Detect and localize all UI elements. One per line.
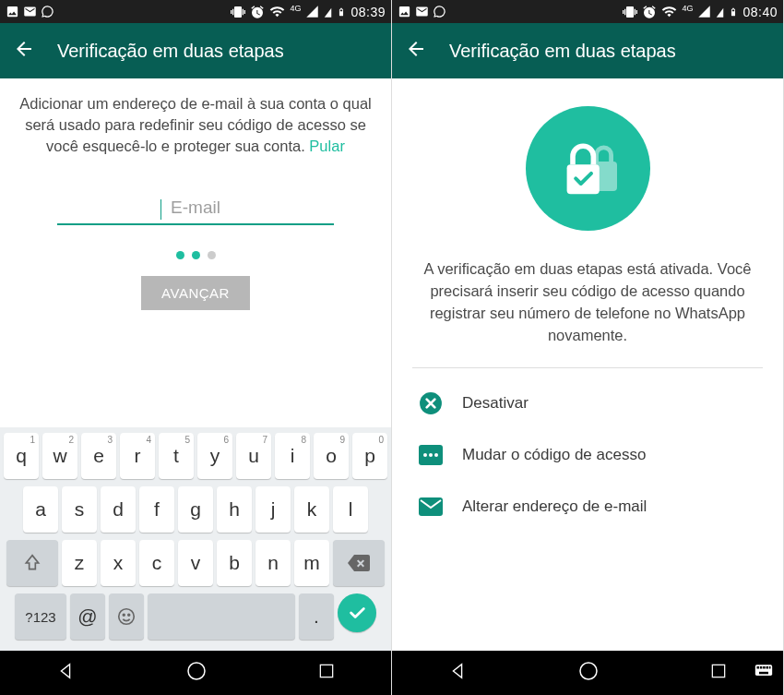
advance-button[interactable]: AVANÇAR (141, 276, 250, 310)
svg-point-2 (128, 614, 130, 616)
password-icon (418, 442, 444, 468)
kb-key[interactable]: d (101, 486, 136, 533)
svg-point-3 (188, 663, 205, 679)
image-icon (6, 5, 19, 18)
kb-key[interactable]: j (255, 486, 291, 533)
svg-point-18 (434, 453, 438, 457)
kb-at[interactable]: @ (70, 593, 105, 640)
email-icon (418, 494, 444, 520)
kb-key[interactable]: z (62, 540, 97, 586)
signal-icon-2 (324, 5, 332, 18)
kb-key[interactable]: s (62, 486, 97, 533)
svg-point-16 (423, 453, 427, 457)
network-4g-label: 4G (290, 4, 301, 13)
kb-shift-icon[interactable] (6, 540, 58, 586)
dot (208, 251, 216, 259)
kb-backspace-icon[interactable] (333, 540, 385, 586)
kb-key[interactable]: h (217, 486, 252, 533)
kb-period[interactable]: . (299, 593, 334, 640)
status-bar: 4G 08:39 (0, 0, 391, 23)
kb-key[interactable]: y6 (197, 433, 232, 479)
svg-point-1 (123, 614, 125, 616)
email-field[interactable] (57, 192, 334, 225)
svg-rect-21 (713, 665, 725, 677)
kb-key[interactable]: i8 (275, 433, 310, 479)
kb-key[interactable]: e3 (81, 433, 116, 479)
kb-key[interactable]: r4 (120, 433, 155, 479)
content-area: A verificação em duas etapas está ativad… (392, 78, 783, 651)
option-change-code[interactable]: Mudar o código de acesso (412, 429, 763, 481)
kb-key[interactable]: a (23, 486, 58, 533)
description: Adicionar um endereço de e-mail à sua co… (18, 93, 373, 157)
nav-back-icon[interactable] (447, 661, 468, 685)
dot (192, 251, 200, 259)
kb-key[interactable]: o9 (314, 433, 349, 479)
description: A verificação em duas etapas está ativad… (412, 258, 763, 347)
divider (412, 367, 763, 368)
dot (176, 251, 184, 259)
nav-keyboard-icon[interactable] (754, 664, 773, 682)
kb-key[interactable]: w2 (42, 433, 77, 479)
option-label: Mudar o código de acesso (462, 446, 646, 464)
app-bar: Verificação em duas etapas (392, 23, 783, 78)
skip-link[interactable]: Pular (309, 138, 345, 154)
svg-rect-10 (769, 666, 771, 669)
phone-right: 4G 08:40 Verificação em duas etapas A ve… (392, 0, 784, 695)
lock-circle-icon (526, 106, 650, 231)
gmail-icon (23, 5, 37, 18)
kb-key[interactable]: g (178, 486, 213, 533)
kb-key[interactable]: v (178, 540, 213, 586)
signal-icon (697, 5, 711, 18)
whatsapp-icon (41, 5, 54, 18)
svg-rect-7 (760, 666, 763, 669)
alarm-icon (250, 5, 265, 19)
clock: 08:39 (350, 5, 386, 19)
content-area: Adicionar um endereço de e-mail à sua co… (0, 78, 391, 427)
signal-icon (305, 5, 319, 18)
close-circle-icon (418, 390, 444, 416)
nav-home-icon[interactable] (577, 660, 600, 686)
kb-key[interactable]: x (101, 540, 136, 586)
image-icon (398, 5, 411, 18)
alarm-icon (642, 5, 657, 19)
option-disable[interactable]: Desativar (412, 377, 763, 429)
kb-enter-icon[interactable] (338, 593, 376, 632)
kb-key[interactable]: m (294, 540, 329, 586)
back-icon[interactable] (13, 38, 35, 64)
nav-back-icon[interactable] (55, 661, 76, 685)
kb-key[interactable]: b (217, 540, 252, 586)
kb-key[interactable]: k (294, 486, 329, 533)
keyboard: q1w2e3r4t5y6u7i8o9p0 asdfghjkl zxcvbnm ?… (0, 427, 391, 651)
battery-icon (729, 5, 738, 19)
kb-key[interactable]: p0 (352, 433, 387, 479)
kb-key[interactable]: c (139, 540, 174, 586)
back-icon[interactable] (405, 38, 427, 64)
kb-emoji-icon[interactable] (109, 593, 144, 640)
app-bar: Verificação em duas etapas (0, 23, 391, 78)
kb-key[interactable]: q1 (4, 433, 39, 479)
svg-rect-11 (759, 672, 768, 675)
svg-rect-4 (321, 665, 333, 677)
kb-key[interactable]: l (333, 486, 368, 533)
kb-key[interactable]: f (139, 486, 174, 533)
kb-key[interactable]: t5 (159, 433, 194, 479)
nav-recent-icon[interactable] (709, 662, 728, 684)
signal-icon-2 (716, 5, 724, 18)
nav-home-icon[interactable] (185, 660, 208, 686)
nav-recent-icon[interactable] (317, 662, 336, 684)
kb-symbols[interactable]: ?123 (15, 593, 66, 640)
kb-key[interactable]: u7 (236, 433, 271, 479)
clock: 08:40 (742, 5, 778, 19)
navbar (0, 651, 391, 695)
vibrate-icon (623, 5, 637, 19)
network-4g-label: 4G (682, 4, 693, 13)
kb-key[interactable]: n (255, 540, 291, 586)
kb-space[interactable] (148, 593, 295, 640)
svg-rect-9 (766, 666, 769, 669)
svg-point-0 (119, 609, 135, 625)
page-title: Verificação em duas etapas (57, 41, 284, 62)
whatsapp-icon (433, 5, 446, 18)
option-change-email[interactable]: Alterar endereço de e-mail (412, 481, 763, 533)
status-bar: 4G 08:40 (392, 0, 783, 23)
email-input-wrap (18, 192, 373, 225)
